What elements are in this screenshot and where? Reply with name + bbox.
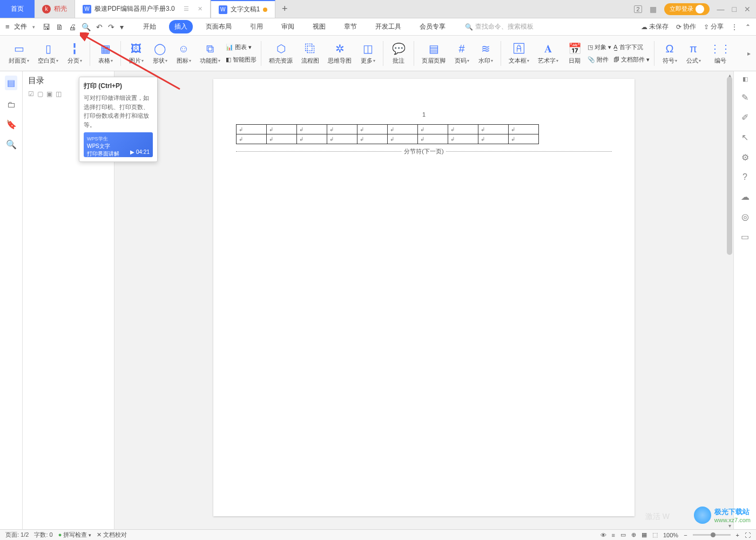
tab-doc1-menu-icon[interactable]: ☰ bbox=[184, 5, 189, 12]
rib-shape[interactable]: ◯形状▾ bbox=[149, 42, 171, 65]
rs-select-icon[interactable]: ↖ bbox=[741, 132, 748, 143]
rib-flow[interactable]: ⿻流程图 bbox=[298, 42, 322, 65]
status-spell[interactable]: ● 拼写检查 ▾ bbox=[58, 531, 92, 539]
rib-resource[interactable]: ⬡稻壳资源 bbox=[266, 42, 296, 65]
rs-style-icon[interactable]: ✎ bbox=[741, 92, 748, 103]
rib-more[interactable]: ◫更多▾ bbox=[357, 42, 379, 65]
collapse-icon[interactable]: ▣ bbox=[46, 90, 52, 98]
rib-chart[interactable]: 📊图表▾ bbox=[226, 42, 256, 52]
rib-docpart[interactable]: 🗐文档部件▾ bbox=[613, 55, 650, 65]
ribtab-review[interactable]: 审阅 bbox=[276, 20, 300, 33]
print-icon[interactable]: 🖨 bbox=[69, 23, 76, 31]
fullscreen-icon[interactable]: ⛶ bbox=[745, 532, 751, 538]
rib-dropcap[interactable]: A̲首字下沉 bbox=[613, 42, 650, 52]
status-proof[interactable]: ✕ 文档校对 bbox=[97, 531, 127, 539]
unsaved-status[interactable]: ☁未保存 bbox=[641, 22, 669, 31]
expand-icon[interactable]: ▢ bbox=[37, 90, 43, 98]
rib-header[interactable]: ▤页眉页脚 bbox=[418, 42, 449, 65]
ribtab-insert[interactable]: 插入 bbox=[169, 20, 193, 33]
rib-date[interactable]: 📅日期 bbox=[564, 42, 585, 65]
rib-watermark[interactable]: ≋水印▾ bbox=[475, 42, 496, 65]
rib-pageno[interactable]: #页码▾ bbox=[451, 42, 473, 65]
scrollbar[interactable] bbox=[727, 77, 732, 524]
coop-button[interactable]: ⟳协作 bbox=[676, 22, 696, 31]
rib-equation[interactable]: π公式▾ bbox=[683, 42, 704, 65]
save-as-icon[interactable]: 🗎 bbox=[56, 23, 63, 31]
settings-icon[interactable]: ◫ bbox=[56, 90, 62, 98]
login-button[interactable]: 立即登录 bbox=[664, 3, 710, 15]
rs-close-icon[interactable]: ◧ bbox=[742, 76, 748, 83]
check-icon[interactable]: ☑ bbox=[28, 90, 34, 98]
maximize-icon[interactable]: □ bbox=[732, 5, 737, 14]
file-menu[interactable]: ≡ 文件 ▾ bbox=[5, 22, 35, 31]
tooltip-video[interactable]: WPS学生 WPS文字 打印界面讲解 ▶04:21 bbox=[84, 132, 153, 157]
rib-funcpic[interactable]: ⧉功能图▾ bbox=[197, 42, 224, 65]
ribbon-more-icon[interactable]: ▸ bbox=[747, 50, 751, 57]
nav-bookmark-icon[interactable]: 🗀 bbox=[7, 100, 16, 110]
nav-ribbon-icon[interactable]: 🔖 bbox=[6, 119, 17, 130]
ribtab-member[interactable]: 会员专享 bbox=[414, 20, 451, 33]
rib-textbox[interactable]: 🄰文本框▾ bbox=[505, 42, 532, 65]
ribtab-ref[interactable]: 引用 bbox=[245, 20, 268, 33]
rs-cloud-icon[interactable]: ☁ bbox=[741, 192, 750, 202]
rib-break[interactable]: ╏分页▾ bbox=[64, 42, 85, 65]
rib-number[interactable]: ⋮⋮编号 bbox=[706, 42, 734, 65]
undo-icon[interactable]: ↶ bbox=[96, 23, 103, 31]
rib-symbol[interactable]: Ω符号▾ bbox=[659, 42, 680, 65]
rs-settings-icon[interactable]: ⚙ bbox=[741, 152, 749, 163]
rs-edit-icon[interactable]: ✐ bbox=[741, 112, 748, 123]
ribtab-section[interactable]: 章节 bbox=[339, 20, 362, 33]
search-input[interactable]: 🔍 查找命令、搜索模板 bbox=[465, 22, 534, 31]
rib-table[interactable]: ▦表格▾ bbox=[94, 42, 116, 65]
rs-target-icon[interactable]: ◎ bbox=[741, 212, 749, 222]
redo-icon[interactable]: ↷ bbox=[108, 23, 114, 31]
collapse-ribbon-icon[interactable]: ⌃ bbox=[745, 23, 751, 31]
kebab-icon[interactable]: ⋮ bbox=[731, 23, 738, 31]
zoom-value[interactable]: 100% bbox=[663, 532, 678, 538]
ribtab-layout[interactable]: 页面布局 bbox=[200, 20, 237, 33]
status-list-icon[interactable]: ≡ bbox=[612, 532, 615, 538]
minimize-icon[interactable]: — bbox=[717, 5, 725, 14]
apps-icon[interactable]: ▦ bbox=[650, 5, 657, 14]
status-eye-icon[interactable]: 👁 bbox=[600, 532, 606, 538]
rib-picture[interactable]: 🖼图片▾ bbox=[125, 42, 147, 65]
status-words[interactable]: 字数: 0 bbox=[34, 531, 52, 539]
rib-cover[interactable]: ▭封面页▾ bbox=[5, 42, 32, 65]
zoom-reset-icon[interactable]: ⬚ bbox=[652, 531, 658, 538]
badge-icon[interactable]: 2 bbox=[634, 5, 642, 13]
zoom-out-icon[interactable]: − bbox=[684, 532, 687, 538]
ribtab-start[interactable]: 开始 bbox=[138, 20, 161, 33]
document-canvas[interactable]: 1 ↲↲↲↲↲↲↲↲↲↲ ↲↲↲↲↲↲↲↲↲↲ 分节符(下一页) ▴ ▾ bbox=[114, 71, 733, 529]
tab-doc1-close-icon[interactable]: ✕ bbox=[198, 5, 202, 12]
nav-outline-icon[interactable]: ▤ bbox=[5, 76, 17, 90]
ribtab-dev[interactable]: 开发工具 bbox=[370, 20, 407, 33]
share-button[interactable]: ⇪分享 bbox=[704, 22, 724, 31]
status-read-icon[interactable]: ▭ bbox=[620, 531, 626, 538]
status-grid-icon[interactable]: ▦ bbox=[642, 531, 647, 538]
rib-comment[interactable]: 💬批注 bbox=[388, 42, 409, 65]
zoom-in-icon[interactable]: + bbox=[736, 532, 739, 538]
rib-object[interactable]: ◳对象▾ bbox=[588, 42, 611, 52]
rib-icon[interactable]: ☺图标▾ bbox=[173, 42, 194, 65]
status-page[interactable]: 页面: 1/2 bbox=[5, 531, 29, 539]
tab-doc-1[interactable]: W 极速PDF编辑器用户手册3.0 ☰ ✕ bbox=[75, 0, 211, 18]
rs-book-icon[interactable]: ▭ bbox=[741, 232, 749, 242]
rib-mind[interactable]: ✲思维导图 bbox=[325, 42, 355, 65]
tab-doc-2[interactable]: W 文字文稿1 bbox=[211, 0, 276, 18]
rs-help-icon[interactable]: ? bbox=[742, 172, 747, 182]
ribtab-view[interactable]: 视图 bbox=[307, 20, 331, 33]
close-icon[interactable]: ✕ bbox=[744, 5, 751, 14]
document-table[interactable]: ↲↲↲↲↲↲↲↲↲↲ ↲↲↲↲↲↲↲↲↲↲ bbox=[236, 124, 539, 144]
rib-blank[interactable]: ▯空白页▾ bbox=[35, 42, 62, 65]
tab-home[interactable]: 首页 bbox=[0, 0, 35, 18]
nav-search-icon[interactable]: 🔍 bbox=[6, 139, 17, 150]
tab-new[interactable]: + bbox=[275, 0, 294, 18]
rib-smartart[interactable]: ◧智能图形 bbox=[226, 55, 256, 65]
chevron-down-icon[interactable]: ▾ bbox=[120, 23, 124, 31]
status-web-icon[interactable]: ⊕ bbox=[631, 531, 636, 538]
save-icon[interactable]: 🖫 bbox=[43, 23, 50, 31]
rib-attach[interactable]: 📎附件 bbox=[588, 55, 611, 65]
rib-wordart[interactable]: 𝐀艺术字▾ bbox=[535, 42, 562, 65]
preview-icon[interactable]: 🔍 bbox=[82, 23, 91, 31]
tab-shell[interactable]: k 稻壳 bbox=[35, 0, 75, 18]
